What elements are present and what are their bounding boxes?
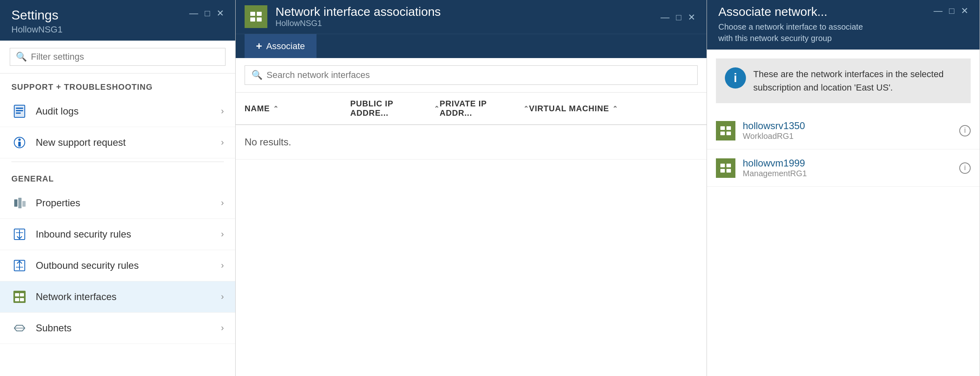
svg-rect-24	[250, 12, 255, 16]
general-section-label: GENERAL	[0, 165, 235, 188]
middle-panel: Network interface associations HollowNSG…	[236, 0, 707, 376]
settings-panel: Settings HollowNSG1 — □ ✕ 🔍 SUPPORT + TR…	[0, 0, 236, 376]
inbound-label: Inbound security rules	[36, 229, 221, 240]
svg-rect-35	[726, 164, 731, 167]
svg-rect-34	[720, 164, 725, 167]
right-window-controls: — □ ✕	[934, 6, 968, 15]
middle-toolbar: + Associate	[236, 34, 707, 58]
svg-rect-25	[257, 12, 262, 16]
middle-header: Network interface associations HollowNSG…	[236, 0, 707, 34]
new-support-icon	[11, 134, 28, 151]
svg-rect-8	[14, 199, 17, 207]
settings-close-btn[interactable]: ✕	[217, 9, 224, 18]
svg-rect-23	[249, 9, 263, 24]
right-title: Associate network...	[718, 5, 865, 19]
svg-rect-18	[15, 293, 19, 296]
col-name-sort-icon[interactable]: ⌃	[273, 105, 279, 112]
outbound-label: Outbound security rules	[36, 260, 221, 271]
right-close-btn[interactable]: ✕	[961, 6, 968, 15]
associate-button[interactable]: + Associate	[245, 34, 317, 58]
inbound-chevron: ›	[221, 229, 224, 240]
middle-panel-icon	[245, 5, 267, 28]
ni-hollowvm1999-rg: ManagementRG1	[743, 169, 959, 178]
properties-icon	[11, 195, 28, 211]
outbound-icon	[11, 257, 28, 274]
settings-title-group: Settings HollowNSG1	[11, 7, 63, 35]
properties-label: Properties	[36, 197, 221, 209]
sidebar-item-audit-logs[interactable]: Audit logs ›	[0, 96, 235, 127]
middle-search-bar: 🔍	[236, 58, 707, 93]
associate-label: Associate	[266, 41, 305, 52]
sidebar-item-new-support[interactable]: New support request ›	[0, 127, 235, 158]
col-private-ip: PRIVATE IP ADDR... ⌃	[440, 99, 529, 118]
svg-rect-19	[20, 293, 24, 296]
subnets-label: Subnets	[36, 322, 221, 334]
ni-hollowvm1999-name: hollowvm1999	[743, 158, 959, 169]
ni-hollowvm1999-info: hollowvm1999 ManagementRG1	[743, 158, 959, 178]
sidebar-item-outbound[interactable]: Outbound security rules ›	[0, 250, 235, 281]
svg-rect-3	[16, 110, 23, 111]
col-private-ip-sort-icon[interactable]: ⌃	[523, 105, 529, 112]
network-interfaces-icon	[11, 289, 28, 305]
properties-chevron: ›	[221, 198, 224, 208]
middle-close-btn[interactable]: ✕	[688, 13, 695, 22]
sidebar-item-properties[interactable]: Properties ›	[0, 188, 235, 219]
svg-rect-27	[257, 17, 262, 22]
table-header: NAME ⌃ PUBLIC IP ADDRE... ⌃ PRIVATE IP A…	[236, 93, 707, 125]
settings-minimize-btn[interactable]: —	[189, 9, 198, 18]
new-support-label: New support request	[36, 137, 221, 148]
ni-hollowvm1999-info-btn[interactable]: i	[959, 162, 971, 174]
svg-rect-9	[18, 198, 22, 208]
sidebar-item-network-interfaces[interactable]: Network interfaces ›	[0, 281, 235, 313]
filter-search-icon: 🔍	[16, 52, 27, 62]
col-private-ip-label: PRIVATE IP ADDR...	[440, 99, 520, 118]
ni-item-hollowvm1999[interactable]: hollowvm1999 ManagementRG1 i	[707, 149, 980, 187]
filter-input-wrapper: 🔍	[10, 48, 225, 66]
section-divider-1	[11, 162, 224, 162]
right-maximize-btn[interactable]: □	[949, 6, 954, 15]
col-public-ip-sort-icon[interactable]: ⌃	[434, 105, 440, 112]
svg-rect-28	[719, 124, 733, 138]
info-icon: i	[725, 67, 746, 89]
ni-hollowsrv1350-name: hollowsrv1350	[743, 120, 959, 132]
svg-rect-10	[22, 201, 26, 207]
settings-window-controls: — □ ✕	[189, 9, 224, 18]
middle-search-wrapper: 🔍	[245, 65, 698, 85]
sidebar-item-inbound[interactable]: Inbound security rules ›	[0, 219, 235, 250]
ni-hollowvm1999-icon	[716, 158, 735, 178]
middle-minimize-btn[interactable]: —	[661, 13, 670, 22]
col-vm-label: VIRTUAL MACHINE	[529, 104, 609, 113]
settings-maximize-btn[interactable]: □	[205, 9, 210, 18]
middle-title: Network interface associations	[275, 5, 441, 19]
outbound-chevron: ›	[221, 260, 224, 271]
ni-hollowsrv1350-rg: WorkloadRG1	[743, 132, 959, 141]
middle-window-controls: — □ ✕	[661, 13, 695, 22]
right-subtitle: Choose a network interface to associate …	[718, 21, 865, 44]
right-title-group: Associate network... Choose a network in…	[718, 5, 865, 44]
sidebar-item-subnets[interactable]: Subnets ›	[0, 313, 235, 344]
svg-rect-37	[726, 169, 731, 173]
col-name: NAME ⌃	[245, 99, 350, 118]
search-network-interfaces-input[interactable]	[267, 70, 691, 80]
svg-rect-32	[726, 132, 731, 135]
audit-logs-label: Audit logs	[36, 106, 221, 117]
network-interfaces-chevron: ›	[221, 292, 224, 302]
info-text: These are the network interfaces in the …	[753, 67, 962, 94]
filter-settings-input[interactable]	[31, 52, 219, 62]
right-minimize-btn[interactable]: —	[934, 6, 943, 15]
ni-item-hollowsrv1350[interactable]: hollowsrv1350 WorkloadRG1 i	[707, 112, 980, 149]
support-section-label: SUPPORT + TROUBLESHOOTING	[0, 73, 235, 96]
svg-rect-36	[720, 169, 725, 173]
ni-hollowsrv1350-icon	[716, 121, 735, 140]
col-vm-sort-icon[interactable]: ⌃	[612, 105, 618, 112]
svg-rect-26	[250, 17, 255, 22]
svg-rect-20	[15, 298, 19, 301]
middle-maximize-btn[interactable]: □	[676, 13, 681, 22]
svg-rect-2	[16, 108, 23, 109]
ni-hollowsrv1350-info-btn[interactable]: i	[959, 125, 971, 136]
col-name-label: NAME	[245, 104, 270, 113]
ni-hollowsrv1350-info: hollowsrv1350 WorkloadRG1	[743, 120, 959, 141]
network-interfaces-label: Network interfaces	[36, 291, 221, 303]
inbound-icon	[11, 226, 28, 242]
svg-rect-33	[719, 161, 733, 175]
